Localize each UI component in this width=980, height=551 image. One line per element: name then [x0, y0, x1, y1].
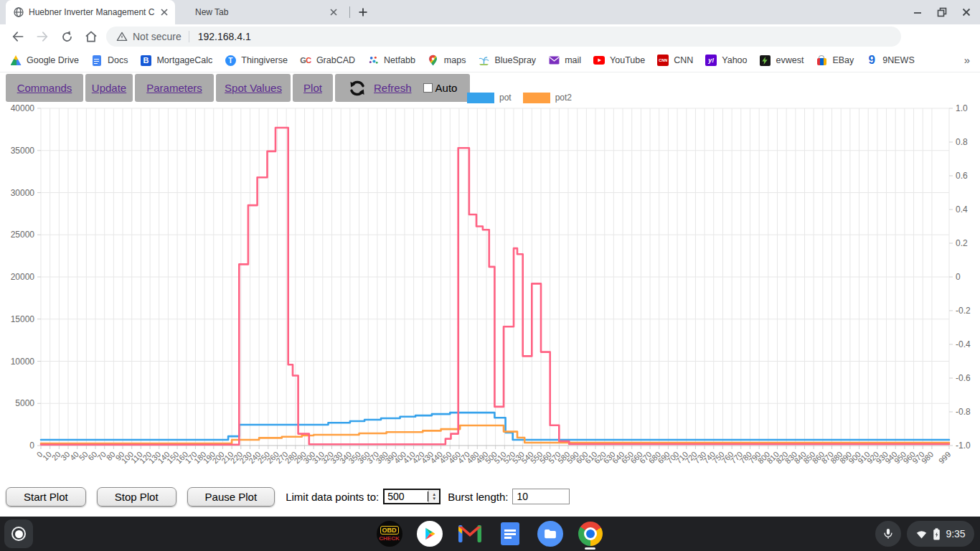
back-icon[interactable] — [6, 24, 30, 49]
bookmark-label: mail — [565, 55, 581, 65]
chrome-app[interactable] — [576, 519, 604, 548]
thingiverse-icon: T — [225, 55, 236, 66]
toolbar-link-commands[interactable]: Commands — [17, 82, 72, 94]
kobd-check-app[interactable]: OBD CHECK — [375, 519, 403, 548]
bookmark-item[interactable]: 99NEWS — [866, 55, 914, 66]
limit-input[interactable]: 500 ▲▼ — [383, 489, 440, 504]
tab-close-icon[interactable] — [159, 7, 169, 17]
number-stepper[interactable]: ▲▼ — [428, 490, 439, 503]
bookmark-item[interactable]: Docs — [91, 55, 128, 66]
tab-new-tab[interactable]: New Tab — [179, 0, 346, 24]
toolbar-link-spot-values[interactable]: Spot Values — [225, 82, 282, 94]
gmail-app[interactable] — [456, 519, 484, 548]
tab-title: New Tab — [195, 7, 324, 17]
bookmark-label: YouTube — [610, 55, 645, 65]
y-axis-left-tick-label: 15000 — [11, 314, 35, 324]
tab-title: Huebner Inverter Management C — [29, 7, 155, 17]
burst-input[interactable]: 10 — [512, 489, 570, 504]
page-toolbar: CommandsUpdateParametersSpot ValuesPlotR… — [6, 74, 470, 102]
y-axis-left-tick-label: 5000 — [15, 398, 34, 408]
toolbar-cell-update: Update — [85, 74, 133, 102]
bookmark-item[interactable]: TThingiverse — [225, 55, 288, 66]
security-label[interactable]: Not secure — [133, 31, 182, 42]
limit-label: Limit data points to: — [286, 491, 379, 503]
tab-divider — [349, 6, 350, 18]
toolbar-cell-spot-values: Spot Values — [216, 74, 291, 102]
y-axis-right-tick-label: -0.4 — [956, 339, 971, 349]
bookmark-item[interactable]: maps — [428, 55, 466, 66]
bookmark-item[interactable]: BlueSpray — [478, 55, 536, 66]
toolbar-cell-refresh: RefreshAuto — [335, 74, 470, 102]
mic-button[interactable] — [875, 521, 901, 547]
toolbar-cell-plot: Plot — [293, 74, 333, 102]
google-docs-icon — [91, 55, 103, 66]
gmail-icon — [458, 524, 482, 543]
play-store-app[interactable] — [415, 519, 443, 548]
bookmark-item[interactable]: YouTube — [593, 55, 645, 66]
tab-active[interactable]: Huebner Inverter Management C — [6, 0, 175, 24]
bookmark-label: EBay — [832, 55, 854, 65]
toolbar-link-plot[interactable]: Plot — [303, 82, 322, 94]
chart-legend[interactable]: potpot2 — [467, 92, 583, 103]
legend-label[interactable]: pot — [499, 93, 512, 103]
yahoo-icon: y! — [705, 55, 717, 66]
address-bar[interactable]: Not secure 192.168.4.1 — [106, 27, 901, 47]
pause-plot-button[interactable]: Pause Plot — [187, 487, 275, 507]
reload-icon[interactable] — [55, 24, 79, 49]
toolbar-link-parameters[interactable]: Parameters — [146, 82, 202, 94]
y-axis-right-tick-label: -0.8 — [956, 407, 971, 417]
url-text[interactable]: 192.168.4.1 — [198, 31, 251, 42]
y-axis-right-tick-label: -0.2 — [956, 306, 971, 316]
bookmark-label: evwest — [776, 55, 804, 65]
bookmark-item[interactable]: mail — [548, 55, 581, 66]
bookmark-label: Yahoo — [722, 55, 747, 65]
bookmark-label: Docs — [108, 55, 128, 65]
status-tray[interactable]: 9:35 — [907, 521, 974, 547]
start-plot-button[interactable]: Start Plot — [6, 487, 86, 507]
bookmark-item[interactable]: Google Drive — [10, 55, 79, 66]
toolbar-link-update[interactable]: Update — [92, 82, 126, 94]
files-app[interactable] — [536, 519, 564, 548]
battery-charging-icon — [933, 528, 941, 540]
y-axis-left-tick-label: 0 — [29, 441, 34, 451]
legend-swatch-pot[interactable] — [467, 93, 494, 103]
plot-canvas[interactable]: 0102030405060708090100110120130140150160… — [0, 103, 980, 484]
google-docs-app[interactable] — [496, 519, 524, 548]
auto-checkbox[interactable] — [423, 83, 433, 93]
home-icon[interactable] — [79, 24, 103, 49]
y-axis-right-tick-label: -1.0 — [956, 441, 971, 451]
bookmark-item[interactable]: y!Yahoo — [705, 55, 747, 66]
bookmark-item[interactable]: EBay — [816, 55, 854, 66]
bookmarks-bar: Google DriveDocsBMortgageCalcTThingivers… — [0, 49, 980, 72]
warning-icon — [116, 31, 128, 42]
bookmark-item[interactable]: evwest — [759, 55, 804, 66]
y-axis-right-tick-label: 0.4 — [956, 204, 968, 215]
y-axis-right-tick-label: 0.6 — [956, 171, 968, 181]
legend-label[interactable]: pot2 — [555, 93, 572, 103]
bookmark-label: BlueSpray — [494, 55, 536, 65]
google-docs-icon — [501, 522, 519, 545]
legend-swatch-pot2[interactable] — [523, 93, 550, 103]
stop-plot-button[interactable]: Stop Plot — [97, 487, 176, 507]
chrome-icon — [578, 522, 603, 546]
refresh-icon[interactable] — [348, 79, 367, 98]
forward-icon[interactable] — [30, 24, 55, 49]
files-icon — [537, 521, 563, 547]
bookmarks-overflow-icon[interactable]: » — [964, 54, 970, 66]
wifi-icon — [915, 529, 928, 540]
bookmark-item[interactable]: Netfabb — [367, 55, 415, 66]
tab-close-icon[interactable] — [329, 7, 339, 17]
close-window-button[interactable] — [961, 7, 971, 17]
mortgagecalc-icon: B — [140, 55, 151, 66]
bookmark-item[interactable]: CNNCNN — [657, 55, 693, 66]
refresh-link[interactable]: Refresh — [374, 82, 412, 94]
new-tab-button[interactable] — [354, 4, 372, 21]
bookmark-item[interactable]: GCGrabCAD — [300, 55, 355, 66]
burst-value: 10 — [517, 491, 528, 502]
restore-button[interactable] — [937, 7, 947, 17]
launcher-button[interactable] — [4, 519, 33, 548]
minimize-button[interactable] — [913, 7, 923, 17]
bookmark-item[interactable]: BMortgageCalc — [140, 55, 212, 66]
youtube-icon — [593, 55, 605, 66]
y-axis-left-tick-label: 10000 — [11, 357, 35, 367]
